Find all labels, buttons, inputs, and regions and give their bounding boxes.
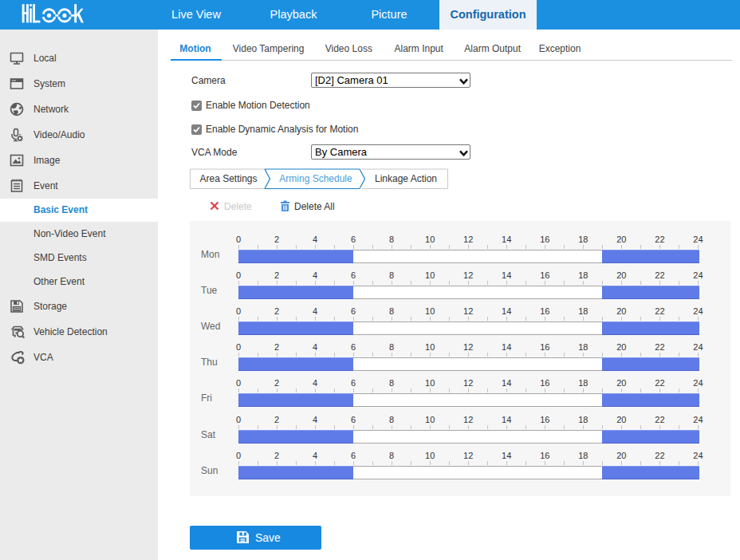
svg-text:Arming Schedule: Arming Schedule [279, 172, 352, 183]
svg-text:Area Settings: Area Settings [199, 172, 257, 183]
svg-text:Linkage Action: Linkage Action [375, 172, 437, 183]
